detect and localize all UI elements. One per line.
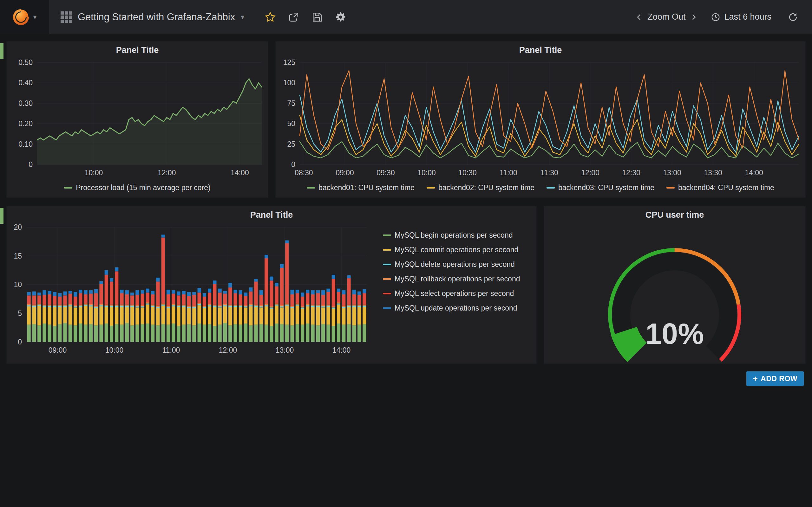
- share-button[interactable]: [284, 7, 303, 27]
- refresh-button[interactable]: [783, 7, 803, 27]
- legend-item[interactable]: MySQL rollback operations per second: [383, 275, 520, 283]
- plus-icon: +: [753, 374, 758, 384]
- svg-text:5: 5: [18, 309, 22, 318]
- dashboard-grid-icon: [61, 11, 72, 23]
- svg-text:0: 0: [29, 160, 33, 169]
- svg-text:75: 75: [287, 99, 295, 107]
- panel-title[interactable]: Panel Title: [7, 42, 268, 59]
- legend-color-dash: [383, 293, 391, 294]
- panel-title[interactable]: CPU user time: [544, 206, 805, 223]
- svg-text:0.50: 0.50: [18, 59, 33, 66]
- svg-text:09:00: 09:00: [49, 346, 67, 354]
- legend-label: MySQL update operations per second: [395, 304, 517, 313]
- panel-cpu-system-time: Panel Title 08:3009:0009:3010:0010:3011:…: [275, 41, 806, 198]
- svg-text:0.30: 0.30: [18, 99, 33, 107]
- svg-text:10%: 10%: [646, 318, 704, 350]
- legend-label: backend04: CPU system time: [678, 183, 774, 192]
- panel-title[interactable]: Panel Title: [7, 206, 537, 223]
- legend-color-dash: [666, 187, 675, 188]
- add-row-button[interactable]: + ADD ROW: [746, 372, 804, 386]
- add-row-label: ADD ROW: [761, 375, 798, 383]
- svg-text:0.10: 0.10: [18, 140, 33, 148]
- cpu-user-time-gauge[interactable]: 10%: [544, 223, 805, 363]
- chevron-right-icon: [690, 13, 698, 21]
- svg-text:10:00: 10:00: [105, 346, 124, 354]
- legend-item[interactable]: backend03: CPU system time: [547, 183, 654, 192]
- time-range-button[interactable]: Last 6 hours: [711, 12, 771, 22]
- panel-title[interactable]: Panel Title: [275, 42, 805, 59]
- processor-load-line-chart[interactable]: 10:0012:0014:0000.100.200.300.400.50: [7, 59, 268, 179]
- legend-label: backend01: CPU system time: [318, 183, 415, 192]
- time-shift-back-button[interactable]: [633, 7, 646, 27]
- legend-color-dash: [383, 234, 391, 236]
- svg-text:20: 20: [14, 223, 22, 231]
- legend-color-dash: [383, 249, 391, 250]
- navbar: ▾ Getting Started with Grafana-Zabbix ▾: [0, 0, 812, 34]
- legend-label: MySQL select operations per second: [395, 289, 514, 298]
- mysql-operations-bar-chart[interactable]: 09:0010:0011:0012:0013:0014:0005101520: [7, 223, 371, 356]
- share-icon: [288, 12, 299, 22]
- save-button[interactable]: [308, 7, 327, 27]
- legend-item[interactable]: MySQL select operations per second: [383, 289, 520, 298]
- panel-cpu-user-time-gauge: CPU user time 10%: [544, 206, 806, 364]
- legend-item[interactable]: Processor load (15 min average per core): [64, 183, 210, 192]
- svg-text:12:30: 12:30: [622, 169, 641, 177]
- legend-label: backend03: CPU system time: [558, 183, 654, 192]
- settings-button[interactable]: [331, 7, 350, 27]
- svg-text:14:00: 14:00: [333, 346, 351, 354]
- chevron-left-icon: [635, 13, 643, 21]
- star-button[interactable]: [261, 7, 280, 27]
- legend-label: MySQL commit operations per second: [395, 245, 518, 254]
- svg-text:13:30: 13:30: [704, 169, 722, 177]
- legend-item[interactable]: MySQL update operations per second: [383, 304, 520, 313]
- zoom-out-button[interactable]: Zoom Out: [646, 12, 687, 22]
- cpu-system-time-line-chart[interactable]: 08:3009:0009:3010:0010:3011:0011:3012:00…: [275, 59, 805, 179]
- svg-text:15: 15: [14, 252, 22, 260]
- svg-text:13:00: 13:00: [663, 169, 681, 177]
- panel-mysql-operations: Panel Title 09:0010:0011:0012:0013:0014:…: [6, 206, 537, 364]
- svg-text:10:00: 10:00: [85, 169, 103, 177]
- legend-color-dash: [383, 307, 391, 309]
- time-shift-forward-button[interactable]: [687, 7, 700, 27]
- legend-item[interactable]: backend04: CPU system time: [666, 183, 774, 192]
- svg-text:11:00: 11:00: [162, 346, 180, 354]
- time-range-label: Last 6 hours: [724, 12, 771, 22]
- legend-item[interactable]: backend02: CPU system time: [426, 183, 535, 192]
- svg-text:11:30: 11:30: [541, 169, 558, 177]
- legend-label: MySQL rollback operations per second: [395, 275, 520, 283]
- legend-label: MySQL delete operations per second: [395, 260, 515, 269]
- row-handle[interactable]: [0, 43, 3, 59]
- svg-text:25: 25: [287, 140, 295, 148]
- legend-color-dash: [307, 187, 315, 188]
- svg-text:09:00: 09:00: [336, 169, 354, 177]
- legend-item[interactable]: MySQL commit operations per second: [383, 245, 520, 254]
- svg-text:12:00: 12:00: [219, 346, 237, 354]
- legend-item[interactable]: backend01: CPU system time: [307, 183, 415, 192]
- caret-down-icon: ▾: [241, 14, 244, 20]
- svg-text:13:00: 13:00: [275, 346, 294, 354]
- svg-text:14:00: 14:00: [231, 169, 249, 177]
- legend-color-dash: [64, 187, 72, 188]
- legend-color-dash: [547, 187, 555, 188]
- legend-label: MySQL begin operations per second: [395, 231, 513, 239]
- row-handle[interactable]: [0, 208, 3, 224]
- legend-color-dash: [383, 264, 391, 265]
- legend-item[interactable]: MySQL delete operations per second: [383, 260, 520, 269]
- legend: backend01: CPU system timebackend02: CPU…: [275, 180, 805, 195]
- refresh-icon: [788, 12, 798, 22]
- dashboard-actions: [256, 0, 355, 34]
- svg-text:10:00: 10:00: [417, 169, 436, 177]
- dashboard-title: Getting Started with Grafana-Zabbix: [78, 11, 235, 23]
- save-icon: [312, 12, 322, 22]
- grafana-logo-icon: [12, 8, 30, 26]
- time-controls: Zoom Out Last 6 hours: [633, 0, 812, 34]
- svg-text:10: 10: [14, 280, 22, 289]
- clock-icon: [711, 12, 720, 22]
- dashboard-title-dropdown[interactable]: Getting Started with Grafana-Zabbix ▾: [49, 0, 256, 34]
- svg-text:0.20: 0.20: [18, 119, 33, 128]
- grafana-logo-menu[interactable]: ▾: [0, 0, 49, 34]
- legend: Processor load (15 min average per core): [7, 180, 268, 195]
- legend-item[interactable]: MySQL begin operations per second: [383, 231, 520, 239]
- legend-color-dash: [426, 187, 435, 188]
- svg-text:14:00: 14:00: [745, 169, 763, 177]
